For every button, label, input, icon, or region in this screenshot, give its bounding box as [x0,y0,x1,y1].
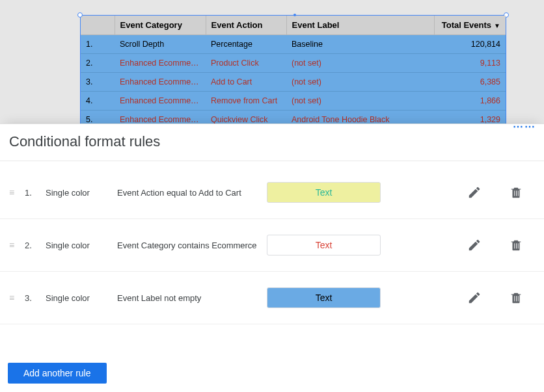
cell-action: Add to Cart [206,73,286,92]
rule-type: Single color [46,241,117,250]
header-total-label: Total Events [442,20,491,30]
panel-title: Conditional format rules [0,124,544,161]
cell-label: (not set) [286,92,434,111]
rule-condition: Event Action equal to Add to Cart [117,188,267,198]
table-row[interactable]: 2.Enhanced EcommerceProduct Click(not se… [81,54,506,73]
cell-label: Baseline [286,35,434,54]
cell-total: 6,385 [434,73,506,92]
drag-handle-icon[interactable]: ≡ [9,295,25,300]
rule-row[interactable]: ≡2.Single colorEvent Category contains E… [0,219,544,272]
header-action[interactable]: Event Action [206,16,286,35]
edit-icon[interactable] [467,291,482,305]
table-row[interactable]: 3.Enhanced EcommerceAdd to Cart(not set)… [81,73,506,92]
cell-total: 9,113 [434,54,506,73]
sort-desc-icon: ▼ [494,22,500,29]
cell-label: (not set) [286,54,434,73]
rule-condition: Event Label not empty [117,293,267,303]
canvas-background: Event Category Event Action Event Label … [0,0,544,124]
data-table-selection[interactable]: Event Category Event Action Event Label … [80,15,506,129]
panel-menu-icon[interactable]: ⋯⋯ [513,120,536,133]
rule-row[interactable]: ≡3.Single colorEvent Label not emptyText [0,272,544,324]
rule-preview-swatch: Text [267,235,381,255]
rules-list: ≡1.Single colorEvent Action equal to Add… [0,161,544,324]
cell-category: Scroll Depth [115,35,206,54]
add-rule-button[interactable]: Add another rule [8,363,107,384]
row-index: 3. [81,73,115,92]
header-index [81,16,115,35]
cell-total: 120,814 [434,35,506,54]
cell-category: Enhanced Ecommerce [115,92,206,111]
row-index: 1. [81,35,115,54]
table-row[interactable]: 4.Enhanced EcommerceRemove from Cart(not… [81,92,506,111]
delete-icon[interactable] [509,238,523,252]
cell-action: Product Click [206,54,286,73]
table-header-row: Event Category Event Action Event Label … [81,16,506,35]
cell-total: 1,866 [434,92,506,111]
cell-action: Percentage [206,35,286,54]
header-label[interactable]: Event Label [286,16,434,35]
events-table: Event Category Event Action Event Label … [81,16,506,129]
table-row[interactable]: 1.Scroll DepthPercentageBaseline120,814 [81,35,506,54]
rule-type: Single color [46,188,117,198]
conditional-format-panel: ⋯⋯ Conditional format rules ≡1.Single co… [0,124,544,392]
rule-row[interactable]: ≡1.Single colorEvent Action equal to Add… [0,166,544,219]
drag-handle-icon[interactable]: ≡ [9,190,25,195]
edit-icon[interactable] [467,185,482,200]
rule-index: 3. [25,293,46,303]
edit-icon[interactable] [467,238,482,252]
header-category[interactable]: Event Category [115,16,206,35]
rule-type: Single color [46,293,117,303]
delete-icon[interactable] [509,291,523,305]
row-index: 2. [81,54,115,73]
rule-condition: Event Category contains Ecommerce [117,241,267,250]
drag-handle-icon[interactable]: ≡ [9,242,25,248]
cell-action: Remove from Cart [206,92,286,111]
delete-icon[interactable] [509,185,523,200]
header-total[interactable]: Total Events▼ [434,16,506,35]
cell-category: Enhanced Ecommerce [115,73,206,92]
rule-preview-swatch: Text [267,182,381,203]
cell-category: Enhanced Ecommerce [115,54,206,73]
rule-index: 2. [25,241,46,250]
rule-index: 1. [25,188,46,198]
row-index: 4. [81,92,115,111]
rule-preview-swatch: Text [267,287,381,308]
cell-label: (not set) [286,73,434,92]
